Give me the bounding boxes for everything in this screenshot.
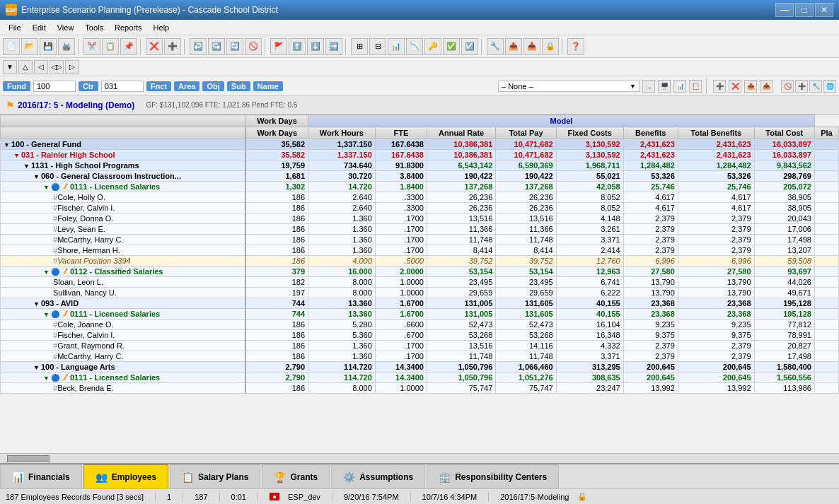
- filter-tag-name[interactable]: Name: [253, 81, 283, 91]
- tb-grid1[interactable]: ⊞: [351, 38, 368, 55]
- table-row[interactable]: Sloan, Leon L.1828.0001.000023,49523,495…: [1, 277, 839, 288]
- tb-check2[interactable]: ☑️: [461, 38, 478, 55]
- tb-tool2[interactable]: 📤: [505, 38, 522, 55]
- table-row[interactable]: ▼🔵📝 0111 - Licensed Salaries1,30214.7201…: [1, 182, 839, 192]
- tb-tool1[interactable]: 🔧: [487, 38, 504, 55]
- filter-tag-fnct[interactable]: Fnct: [146, 81, 171, 91]
- tb-redo[interactable]: ↪️: [208, 38, 225, 55]
- tb-undo[interactable]: ↩️: [190, 38, 207, 55]
- remove-scenario-button[interactable]: ❌: [729, 80, 741, 93]
- grid-container[interactable]: Work Days Model Work Days Work Hours FTE…: [0, 115, 839, 453]
- table-row[interactable]: #Foley, Donna O.1861.360.170013,51613,51…: [1, 213, 839, 224]
- filter-input-fund[interactable]: [33, 81, 76, 92]
- th-workdays[interactable]: Work Days: [245, 115, 308, 127]
- menu-file[interactable]: File: [3, 22, 27, 33]
- tb-filter4[interactable]: ◁▷: [50, 60, 64, 74]
- filter-tag-obj[interactable]: Obj: [202, 81, 224, 91]
- tb-open[interactable]: 📂: [21, 38, 38, 55]
- h-scrollbar[interactable]: [0, 453, 839, 463]
- tb-delete[interactable]: ❌: [146, 38, 163, 55]
- tb-filter1[interactable]: ▼: [3, 60, 17, 74]
- tab-responsibility-centers[interactable]: 🏢 Responsibility Centers: [427, 464, 559, 488]
- table-row[interactable]: #McCarthy, Harry C.1861.360.170011,74811…: [1, 235, 839, 245]
- table-row[interactable]: #Fischer, Calvin I.1862.640.330026,23626…: [1, 203, 839, 213]
- tab-financials[interactable]: 📊 Financials: [0, 464, 82, 488]
- th-pla[interactable]: Pla: [814, 127, 838, 139]
- tb-add[interactable]: ➕: [164, 38, 181, 55]
- toolbar-right-1[interactable]: 🚫: [781, 80, 794, 93]
- tb-tool4[interactable]: 🔒: [542, 38, 559, 55]
- h-scroll-thumb[interactable]: [7, 455, 50, 462]
- tb-grid4[interactable]: 📉: [406, 38, 423, 55]
- filter-tag-ctr[interactable]: Ctr: [79, 81, 98, 91]
- add-scenario-button[interactable]: ➕: [713, 80, 726, 93]
- toolbar-right-3[interactable]: 🔧: [809, 80, 822, 93]
- th-fte[interactable]: FTE: [375, 127, 427, 139]
- tb-filter3[interactable]: ◁: [34, 60, 48, 74]
- menu-reports[interactable]: Reports: [109, 22, 148, 33]
- table-row[interactable]: #Vacant Position 33941864.000.500039,752…: [1, 256, 839, 266]
- tb-flag[interactable]: 🚩: [270, 38, 287, 55]
- table-row[interactable]: ▼🔵📝 0112 - Classified Salaries37916.0002…: [1, 266, 839, 277]
- tab-salary-plans[interactable]: 📋 Salary Plans: [170, 464, 260, 488]
- tb-down[interactable]: ⬇️: [307, 38, 324, 55]
- table-row[interactable]: #Grant, Raymond R.1861.360.170013,51614,…: [1, 341, 839, 351]
- expand-icon[interactable]: ▼: [43, 269, 50, 276]
- tab-employees[interactable]: 👥 Employees: [83, 464, 168, 488]
- tb-save[interactable]: 💾: [40, 38, 57, 55]
- tb-up[interactable]: ⬆️: [289, 38, 306, 55]
- tb-new[interactable]: 📄: [3, 38, 20, 55]
- tb-tool3[interactable]: 📥: [523, 38, 540, 55]
- tb-check[interactable]: ✅: [443, 38, 460, 55]
- table-row[interactable]: #Levy, Sean E.1861.360.170011,36611,3663…: [1, 224, 839, 235]
- expand-icon[interactable]: ▼: [13, 152, 20, 159]
- table-row[interactable]: #Cole, Joanne O.1865.280.660052,47352,47…: [1, 320, 839, 330]
- filter-tag-fund[interactable]: Fund: [3, 81, 30, 91]
- expand-icon[interactable]: ▼: [43, 184, 50, 191]
- th-totalcost[interactable]: Total Cost: [754, 127, 814, 139]
- table-row[interactable]: Sullivan, Nancy U.1978.0001.000029,65929…: [1, 288, 839, 298]
- th-annualrate[interactable]: Annual Rate: [427, 127, 495, 139]
- tab-grants[interactable]: 🏆 Grants: [262, 464, 330, 488]
- table-row[interactable]: ▼031 - Rainier High School35,5821,337.15…: [1, 150, 839, 160]
- table-row[interactable]: ▼060 - General Classroom Instruction...1…: [1, 171, 839, 182]
- tb-grid5[interactable]: 🔑: [424, 38, 441, 55]
- minimize-button[interactable]: —: [775, 3, 794, 17]
- th-benefits[interactable]: Benefits: [623, 127, 678, 139]
- table-row[interactable]: #Fischer, Calvin I.1865.360.670053,26853…: [1, 330, 839, 341]
- expand-icon[interactable]: ▼: [33, 364, 40, 371]
- tab-assumptions[interactable]: ⚙️ Assumptions: [331, 464, 425, 488]
- filter-tag-area[interactable]: Area: [174, 81, 199, 91]
- expand-icon[interactable]: ▼: [33, 173, 40, 180]
- expand-icon[interactable]: ▼: [4, 141, 10, 148]
- table-row[interactable]: #Beck, Brenda E.1868.0001.000075,74775,7…: [1, 383, 839, 394]
- tb-filter5[interactable]: ▷: [65, 60, 79, 74]
- close-button[interactable]: ✕: [815, 3, 833, 17]
- menu-edit[interactable]: Edit: [27, 22, 52, 33]
- tb-grid2[interactable]: ⊟: [369, 38, 386, 55]
- tb-paste[interactable]: 📌: [120, 38, 137, 55]
- scenario-icon2[interactable]: 📊: [673, 80, 686, 93]
- tb-filter2[interactable]: △: [18, 60, 33, 74]
- th-totalbenefits[interactable]: Total Benefits: [678, 127, 754, 139]
- import-scenario-button[interactable]: 📥: [760, 80, 773, 93]
- th-totalpay[interactable]: Total Pay: [496, 127, 556, 139]
- tb-copy[interactable]: 📋: [102, 38, 119, 55]
- tb-print[interactable]: 🖨️: [58, 38, 75, 55]
- maximize-button[interactable]: □: [795, 3, 814, 17]
- expand-icon[interactable]: ▼: [43, 375, 50, 382]
- table-row[interactable]: ▼1131 - High School Programs19,759734.64…: [1, 160, 839, 171]
- tb-cut[interactable]: ✂️: [83, 38, 100, 55]
- tb-cancel[interactable]: 🚫: [245, 38, 262, 55]
- tb-help[interactable]: ❓: [567, 38, 584, 55]
- th-workdays2[interactable]: Work Days: [245, 127, 308, 139]
- table-row[interactable]: ▼🔵📝 0111 - Licensed Salaries2,790114.720…: [1, 373, 839, 383]
- scenario-icon1[interactable]: 🖥️: [658, 80, 671, 93]
- dropdown-more-button[interactable]: …: [642, 80, 655, 93]
- table-row[interactable]: #McCarthy, Harry C.1861.360.170011,74811…: [1, 351, 839, 362]
- export-scenario-button[interactable]: 📤: [744, 80, 757, 93]
- menu-help[interactable]: Help: [148, 22, 175, 33]
- th-fixedcosts[interactable]: Fixed Costs: [556, 127, 623, 139]
- menu-view[interactable]: View: [52, 22, 80, 33]
- tb-grid3[interactable]: 📊: [388, 38, 405, 55]
